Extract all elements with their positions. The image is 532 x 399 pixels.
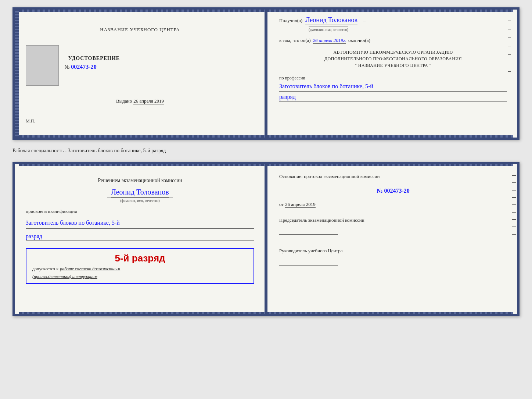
qual-rank: разряд bbox=[26, 233, 254, 241]
fio-label-small: (фамилия, имя, отчество) bbox=[107, 197, 173, 203]
admitted-row: допускается к работе согласно должностны… bbox=[32, 266, 248, 272]
org-text: АВТОНОМНУЮ НЕКОММЕРЧЕСКУЮ ОРГАНИЗАЦИЮ ДО… bbox=[279, 49, 507, 69]
cert-number-value: 002473-20 bbox=[71, 64, 96, 70]
issued-date: 26 апреля 2019 bbox=[133, 98, 164, 104]
received-label: Получил(а) bbox=[279, 18, 302, 24]
org-line3: " НАЗВАНИЕ УЧЕБНОГО ЦЕНТРА " bbox=[279, 62, 507, 69]
rank-box: 5-й разряд допускается к работе согласно… bbox=[26, 248, 254, 284]
profession-section: по профессии Заготовитель блоков по бота… bbox=[279, 74, 507, 101]
admitted-label: допускается к bbox=[32, 266, 58, 272]
chair-sig-line bbox=[279, 227, 338, 235]
admitted-text: работе согласно должностным bbox=[60, 266, 120, 272]
head-title: Руководитель учебного Центра bbox=[279, 247, 507, 254]
protocol-number: № 002473-20 bbox=[279, 188, 507, 194]
head-sig-line bbox=[279, 258, 338, 266]
qualification-book: Решением экзаменационной комиссии Леонид… bbox=[12, 162, 520, 316]
person-name-section: Леонид Толованов (фамилия, имя, отчество… bbox=[26, 188, 254, 203]
basis-text: Основание: протокол экзаменационной коми… bbox=[279, 173, 507, 180]
protocol-date-row: от 26 апреля 2019 bbox=[279, 202, 507, 208]
issued-row: Выдано 26 апреля 2019 bbox=[116, 98, 164, 104]
cert-details: УДОСТОВЕРЕНИЕ № 002473-20 bbox=[65, 56, 123, 76]
document-container: НАЗВАНИЕ УЧЕБНОГО ЦЕНТРА УДОСТОВЕРЕНИЕ №… bbox=[12, 7, 520, 316]
rank-box-title: 5-й разряд bbox=[32, 253, 248, 264]
admitted-text2: (производственным) инструкциям bbox=[32, 274, 248, 279]
cert-title-label: УДОСТОВЕРЕНИЕ bbox=[65, 56, 123, 61]
chairman-signature-section: Председатель экзаменационной комиссии bbox=[279, 217, 507, 235]
cert-left-page: НАЗВАНИЕ УЧЕБНОГО ЦЕНТРА УДОСТОВЕРЕНИЕ №… bbox=[15, 10, 266, 138]
protocol-date-val: 26 апреля 2019 bbox=[285, 202, 316, 208]
cert-divider-line bbox=[65, 74, 123, 74]
completed-row: в том, что он(а) 26 апреля 2019г. окончи… bbox=[279, 38, 507, 44]
certificate-book: НАЗВАНИЕ УЧЕБНОГО ЦЕНТРА УДОСТОВЕРЕНИЕ №… bbox=[12, 7, 520, 140]
fio-label: (фамилия, имя, отчество) bbox=[309, 26, 348, 32]
specialty-label: Рабочая специальность - Заготовитель бло… bbox=[12, 146, 520, 156]
qual-left-page: Решением экзаменационной комиссии Леонид… bbox=[15, 164, 266, 314]
cert-right-page: Получил(а) Леонид Толованов – (фамилия, … bbox=[266, 10, 517, 138]
cert-number-prefix: № bbox=[65, 64, 69, 70]
dash-spacer: – bbox=[363, 18, 366, 24]
left-border-decoration bbox=[15, 10, 19, 138]
rank-name: разряд bbox=[279, 94, 507, 101]
cert-middle-section: УДОСТОВЕРЕНИЕ № 002473-20 bbox=[26, 45, 254, 86]
org-line2: ДОПОЛНИТЕЛЬНОГО ПРОФЕССИОНАЛЬНОГО ОБРАЗО… bbox=[279, 56, 507, 62]
issued-label: Выдано bbox=[116, 98, 132, 104]
training-center-title: НАЗВАНИЕ УЧЕБНОГО ЦЕНТРА bbox=[100, 27, 180, 33]
date-prefix: от bbox=[279, 202, 284, 207]
completed-date: 26 апреля 2019г. bbox=[313, 38, 346, 44]
head-signature-section: Руководитель учебного Центра bbox=[279, 247, 507, 266]
qual-right-margin-marks bbox=[512, 164, 517, 314]
person-name-large: Леонид Толованов bbox=[111, 188, 169, 197]
in-that-label: в том, что он(а) bbox=[279, 38, 311, 43]
profession-name: Заготовитель блоков по ботанике, 5-й bbox=[279, 82, 507, 92]
recipient-row: Получил(а) Леонид Толованов – bbox=[279, 16, 507, 25]
fio-label-wrapper: (фамилия, имя, отчество) bbox=[309, 26, 507, 32]
chair-title: Председатель экзаменационной комиссии bbox=[279, 217, 507, 224]
recipient-section: Получил(а) Леонид Толованов – (фамилия, … bbox=[279, 16, 507, 32]
decision-text: Решением экзаменационной комиссии bbox=[26, 177, 254, 184]
recipient-name: Леонид Толованов bbox=[305, 16, 357, 25]
qualification-assigned-label: присвоена квалификация bbox=[26, 209, 254, 214]
profession-label: по профессии bbox=[279, 75, 507, 81]
photo-placeholder bbox=[26, 45, 59, 86]
qual-right-page: Основание: протокол экзаменационной коми… bbox=[266, 164, 517, 314]
right-margin-marks bbox=[508, 21, 511, 80]
mp-label: М.П. bbox=[26, 118, 35, 124]
completed-label: окончил(а) bbox=[348, 38, 370, 43]
qual-name: Заготовитель блоков по ботанике, 5-й bbox=[26, 218, 254, 229]
org-line1: АВТОНОМНУЮ НЕКОММЕРЧЕСКУЮ ОРГАНИЗАЦИЮ bbox=[279, 49, 507, 56]
